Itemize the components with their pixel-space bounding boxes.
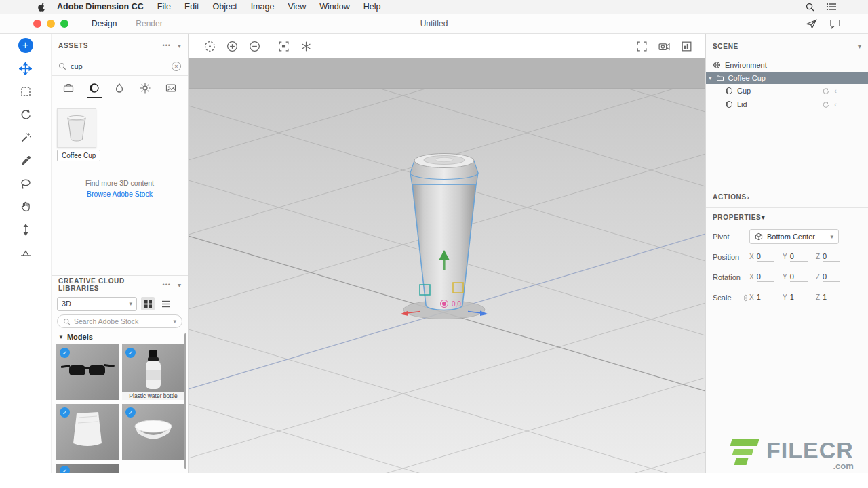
spotlight-search-icon[interactable] <box>805 2 815 12</box>
chevron-left-icon[interactable]: ‹ <box>834 87 837 95</box>
viewport-scene[interactable]: 0,0 <box>189 58 705 473</box>
lights-tab[interactable] <box>137 78 153 98</box>
close-window-button[interactable] <box>33 20 41 28</box>
scene-item-environment[interactable]: Environment <box>706 58 868 72</box>
chevron-down-icon[interactable]: ▾ <box>173 318 176 325</box>
properties-collapse-chevron-icon[interactable]: ▾ <box>761 213 765 222</box>
rotate-view-tool-button[interactable] <box>17 106 35 123</box>
comment-icon[interactable] <box>829 18 841 29</box>
add-content-button[interactable]: + <box>17 37 35 54</box>
list-view-button[interactable] <box>159 297 172 310</box>
menu-object[interactable]: Object <box>213 2 237 12</box>
lasso-tool-button[interactable] <box>17 175 35 192</box>
menu-help[interactable]: Help <box>363 2 381 12</box>
dolly-camera-tool-button[interactable] <box>245 37 263 55</box>
tab-render[interactable]: Render <box>136 19 162 28</box>
menu-file[interactable]: File <box>157 2 171 12</box>
library-select[interactable]: 3D ▾ <box>57 297 137 311</box>
scale-x-field[interactable]: 1 <box>757 293 774 302</box>
library-item-glasses[interactable]: ✓ <box>56 344 119 400</box>
selected-check-badge[interactable]: ✓ <box>125 407 136 418</box>
pivot-dropdown[interactable]: Bottom Center ▾ <box>749 229 839 244</box>
marquee-tool-button[interactable] <box>17 83 35 100</box>
move-tool-button[interactable] <box>17 60 35 77</box>
panel-scrollbar[interactable] <box>184 333 186 469</box>
scene-item-lid[interactable]: Lid ‹ <box>706 98 868 111</box>
menu-view[interactable]: View <box>288 2 306 12</box>
images-tab[interactable] <box>163 78 179 98</box>
models-section-triangle-icon[interactable]: ▼ <box>58 334 64 340</box>
position-y-field[interactable]: 0 <box>790 252 808 262</box>
apple-menu-icon[interactable] <box>38 2 46 12</box>
scene-item-coffee-cup[interactable]: ▾ Coffee Cup <box>706 72 868 84</box>
orbit-tool-button[interactable] <box>201 37 218 55</box>
materials-tab[interactable] <box>111 78 127 98</box>
actions-panel-header[interactable]: ACTIONS › <box>706 186 868 207</box>
magic-wand-tool-button[interactable] <box>17 129 35 146</box>
menubar-app-name[interactable]: Adobe Dimension CC <box>57 2 144 12</box>
scene-collapse-chevron-icon[interactable]: ▾ <box>858 43 861 50</box>
actions-expand-chevron-icon[interactable]: › <box>747 193 749 201</box>
scale-z-field[interactable]: 1 <box>823 293 840 302</box>
browse-adobe-stock-link[interactable]: Browse Adobe Stock <box>52 190 188 198</box>
expand-chevron-icon[interactable]: ▾ <box>709 75 712 81</box>
models-section-title: Models <box>67 333 93 341</box>
clear-search-button[interactable]: × <box>172 62 181 71</box>
sync-arrow-icon[interactable] <box>822 101 829 108</box>
3d-viewport[interactable]: 0,0 <box>189 58 705 473</box>
position-x-field[interactable]: 0 <box>757 252 774 262</box>
share-icon[interactable] <box>806 18 817 29</box>
app-titlebar: Design Render Untitled <box>0 14 868 34</box>
starter-assets-tab[interactable] <box>60 78 77 98</box>
render-preview-button[interactable] <box>677 37 695 55</box>
zoom-window-button[interactable] <box>60 20 68 28</box>
rotation-y-field[interactable]: 0 <box>790 272 808 282</box>
selected-check-badge[interactable]: ✓ <box>60 348 70 358</box>
horizon-tool-button[interactable] <box>17 244 35 262</box>
minimize-window-button[interactable] <box>47 20 55 28</box>
coffee-cup-asset-thumbnail[interactable] <box>57 108 96 148</box>
menu-edit[interactable]: Edit <box>184 2 199 12</box>
menu-image[interactable]: Image <box>251 2 275 12</box>
dolly-tool-button[interactable] <box>17 221 35 239</box>
stock-search-input[interactable] <box>74 317 149 325</box>
position-z-field[interactable]: 0 <box>823 252 840 262</box>
sampler-tool-button[interactable] <box>17 152 35 169</box>
camera-bookmarks-button[interactable] <box>655 37 673 55</box>
pivot-value: Bottom Center <box>767 232 815 241</box>
assets-collapse-chevron-icon[interactable]: ▾ <box>178 42 181 49</box>
cc-libraries-panel: CREATIVE CLOUD LIBRARIES ••• ▾ 3D ▾ <box>52 275 188 473</box>
menu-window[interactable]: Window <box>319 2 349 12</box>
assets-panel-menu-button[interactable]: ••• <box>163 42 171 49</box>
grid-view-button[interactable] <box>141 297 155 310</box>
sync-arrow-icon[interactable] <box>822 87 829 95</box>
scale-y-field[interactable]: 1 <box>790 293 808 302</box>
control-center-icon[interactable] <box>826 2 837 12</box>
chevron-left-icon[interactable]: ‹ <box>834 100 837 108</box>
frame-selection-button[interactable] <box>275 37 292 55</box>
scene-item-cup[interactable]: Cup ‹ <box>706 84 868 98</box>
gizmo-origin-handle[interactable] <box>442 302 446 306</box>
rotation-z-field[interactable]: 0 <box>823 272 840 282</box>
pan-tool-button[interactable] <box>17 198 35 216</box>
cc-libraries-collapse-chevron-icon[interactable]: ▾ <box>178 281 181 289</box>
stock-search-box: ▾ <box>57 314 182 328</box>
orbit-icon <box>203 40 216 53</box>
selected-check-badge[interactable]: ✓ <box>60 407 70 418</box>
library-item-partial[interactable]: ✓ <box>56 464 119 474</box>
scale-label: Scale <box>713 293 743 302</box>
pan-camera-tool-button[interactable] <box>223 37 241 55</box>
fullscreen-button[interactable] <box>633 37 650 55</box>
chevron-down-icon: ▾ <box>830 233 833 240</box>
cc-libraries-menu-button[interactable]: ••• <box>163 281 171 288</box>
library-item-pouch[interactable]: ✓ <box>56 404 119 460</box>
assets-search-input[interactable] <box>71 62 152 70</box>
library-item-bowl[interactable]: ✓ <box>122 404 184 460</box>
rotation-x-field[interactable]: 0 <box>757 272 774 282</box>
tab-design[interactable]: Design <box>92 19 117 28</box>
library-item-water-bottle[interactable]: ✓ Plastic water bottle <box>122 344 184 400</box>
snap-tool-button[interactable] <box>297 37 315 55</box>
link-icon[interactable] <box>743 293 749 302</box>
selected-check-badge[interactable]: ✓ <box>125 348 136 358</box>
models-tab[interactable] <box>86 78 102 98</box>
